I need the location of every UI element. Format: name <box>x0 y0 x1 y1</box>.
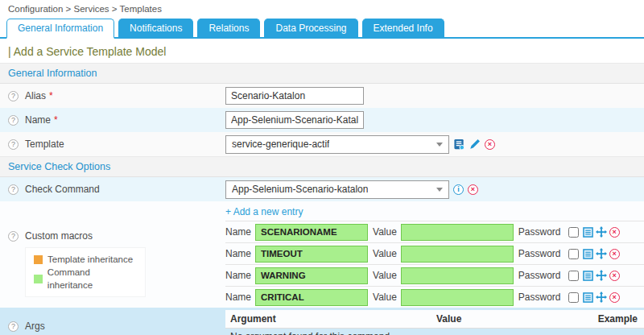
macro-name-label: Name <box>225 292 251 303</box>
check-command-selected-value: App-Selenium-Scenario-katalon <box>232 184 368 195</box>
custom-macros-list: + Add a new entry Name Value Password Na… <box>225 201 644 308</box>
name-label: Name <box>25 114 51 126</box>
custom-macros-label: Custom macros <box>25 230 93 242</box>
password-checkbox[interactable] <box>568 227 579 238</box>
edit-pencil-icon[interactable] <box>469 139 481 150</box>
macro-name-input[interactable] <box>255 267 368 284</box>
move-icon[interactable] <box>596 270 607 281</box>
macro-value-input[interactable] <box>401 289 514 306</box>
args-header-value: Value <box>436 313 588 325</box>
macro-row-scenarioname: Name Value Password <box>225 221 644 242</box>
tab-data-processing[interactable]: Data Processing <box>264 19 357 37</box>
tab-notifications[interactable]: Notifications <box>118 19 193 37</box>
macro-value-input[interactable] <box>401 267 514 284</box>
macro-description-icon[interactable] <box>583 227 593 238</box>
info-icon[interactable] <box>453 184 464 195</box>
delete-icon[interactable] <box>485 139 495 150</box>
help-icon[interactable] <box>8 321 19 332</box>
check-command-label: Check Command <box>25 184 100 195</box>
delete-icon[interactable] <box>609 249 620 259</box>
chevron-down-icon <box>436 188 443 192</box>
macro-value-label: Value <box>373 226 397 238</box>
macro-inheritance-legend: Template inheritance Command inheritance <box>26 248 145 296</box>
view-template-icon[interactable] <box>453 139 465 151</box>
macro-value-label: Value <box>373 292 397 303</box>
name-input[interactable] <box>225 111 364 129</box>
section-general-information: General Information <box>0 63 644 84</box>
check-command-row: Check Command App-Selenium-Scenario-kata… <box>0 177 644 201</box>
orange-swatch-icon <box>34 255 43 264</box>
delete-icon[interactable] <box>609 227 620 238</box>
delete-icon[interactable] <box>609 292 620 303</box>
template-label: Template <box>25 139 64 150</box>
check-command-label-cell: Check Command <box>0 184 225 195</box>
macro-value-input[interactable] <box>401 246 514 263</box>
args-label-cell: Args <box>0 308 225 335</box>
tab-relations[interactable]: Relations <box>197 19 260 37</box>
custom-macros-label-cell: Custom macros Template inheritance Comma… <box>0 201 225 308</box>
macro-name-input[interactable] <box>255 289 368 306</box>
green-swatch-icon <box>34 275 43 283</box>
macro-row-critical: Name Value Password <box>225 286 644 308</box>
help-icon[interactable] <box>8 139 19 150</box>
macro-password-label: Password <box>518 248 561 259</box>
legend-command-inheritance: Command inheritance <box>34 266 137 292</box>
move-icon[interactable] <box>596 226 607 238</box>
macro-password-label: Password <box>518 292 561 303</box>
legend-template-inheritance: Template inheritance <box>34 253 137 266</box>
macro-value-label: Value <box>373 248 397 259</box>
macro-name-label: Name <box>225 248 251 259</box>
template-selected-value: service-generique-actif <box>232 139 329 150</box>
name-label-cell: Name * <box>0 114 225 126</box>
template-select[interactable]: service-generique-actif <box>225 135 449 154</box>
macro-description-icon[interactable] <box>583 271 593 281</box>
tab-general-information[interactable]: General Information <box>6 19 114 39</box>
macro-row-warning: Name Value Password <box>225 264 644 286</box>
args-table-header: Argument Value Example <box>225 310 644 329</box>
alias-row: Alias * <box>0 84 644 108</box>
help-icon[interactable] <box>8 115 19 126</box>
args-empty-text: No argument found for this command <box>225 329 644 335</box>
macro-name-input[interactable] <box>255 246 368 263</box>
alias-input[interactable] <box>225 87 364 105</box>
macro-value-input[interactable] <box>401 224 514 241</box>
macro-name-label: Name <box>225 270 251 281</box>
macro-password-label: Password <box>518 270 561 281</box>
breadcrumb[interactable]: Configuration > Services > Templates <box>0 0 644 18</box>
legend-label: Template inheritance <box>47 253 133 266</box>
chevron-down-icon <box>436 143 443 147</box>
macro-password-label: Password <box>518 226 561 238</box>
delete-icon[interactable] <box>468 184 478 195</box>
tab-bar: General Information Notifications Relati… <box>0 18 644 39</box>
password-checkbox[interactable] <box>568 271 579 281</box>
help-icon[interactable] <box>8 184 19 195</box>
required-mark: * <box>54 114 58 126</box>
custom-macros-row: Custom macros Template inheritance Comma… <box>0 201 644 308</box>
args-row: Args Argument Value Example No argument … <box>0 308 644 335</box>
macro-value-label: Value <box>373 270 397 281</box>
args-header-argument: Argument <box>230 313 436 325</box>
page-title: | Add a Service Template Model <box>0 39 644 63</box>
args-table: Argument Value Example No argument found… <box>225 308 644 335</box>
template-label-cell: Template <box>0 139 225 150</box>
macro-name-input[interactable] <box>255 224 368 241</box>
check-command-select[interactable]: App-Selenium-Scenario-katalon <box>225 180 449 199</box>
help-icon[interactable] <box>8 91 19 101</box>
alias-label: Alias <box>25 90 46 101</box>
tab-extended-info[interactable]: Extended Info <box>362 19 444 37</box>
move-icon[interactable] <box>596 292 607 303</box>
name-row: Name * <box>0 108 644 132</box>
required-mark: * <box>49 90 53 101</box>
add-new-entry-link[interactable]: + Add a new entry <box>225 201 303 221</box>
args-header-example: Example <box>588 313 638 325</box>
section-service-check-options: Service Check Options <box>0 156 644 177</box>
password-checkbox[interactable] <box>568 292 579 303</box>
macro-description-icon[interactable] <box>583 249 593 259</box>
help-icon[interactable] <box>8 231 19 242</box>
alias-label-cell: Alias * <box>0 90 225 101</box>
macro-description-icon[interactable] <box>583 292 593 303</box>
move-icon[interactable] <box>596 248 607 259</box>
password-checkbox[interactable] <box>568 249 579 259</box>
delete-icon[interactable] <box>609 271 620 281</box>
args-label: Args <box>25 321 45 332</box>
